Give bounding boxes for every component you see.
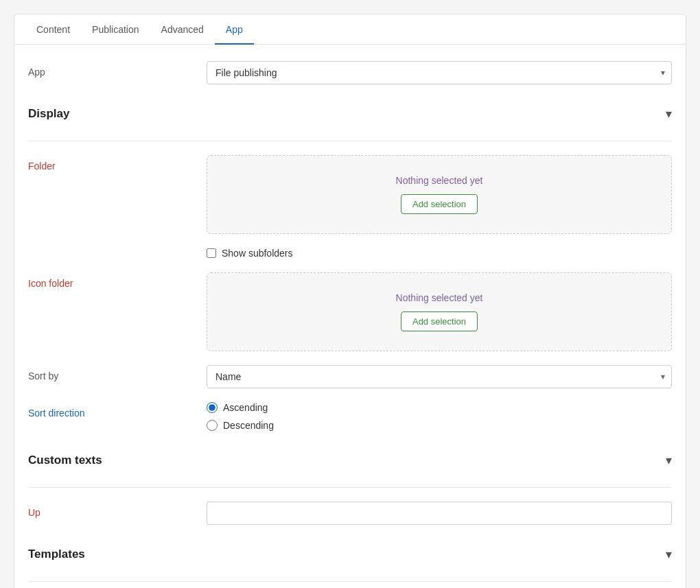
- tab-advanced[interactable]: Advanced: [150, 14, 215, 45]
- icon-folder-row: Icon folder Nothing selected yet Add sel…: [28, 272, 672, 351]
- sort-ascending-radio[interactable]: [207, 402, 218, 413]
- icon-folder-nothing-selected: Nothing selected yet: [396, 292, 483, 303]
- sort-by-select[interactable]: Name: [207, 365, 672, 388]
- folder-add-selection-button[interactable]: Add selection: [401, 194, 478, 214]
- folder-picker-box: Nothing selected yet Add selection: [207, 155, 672, 234]
- templates-section-header: Templates ▾: [28, 539, 672, 570]
- templates-divider: [28, 581, 672, 582]
- app-select[interactable]: File publishing: [207, 61, 672, 84]
- custom-texts-title: Custom texts: [28, 454, 102, 467]
- show-subfolders-label: Show subfolders: [222, 248, 293, 259]
- custom-texts-divider: [28, 487, 672, 488]
- sort-by-row: Sort by Name ▾: [28, 365, 672, 388]
- folder-row: Folder Nothing selected yet Add selectio…: [28, 155, 672, 234]
- sort-by-select-wrapper: Name ▾: [207, 365, 672, 388]
- up-control: [207, 502, 672, 525]
- sort-descending-radio[interactable]: [207, 420, 218, 431]
- custom-texts-section-header: Custom texts ▾: [28, 445, 672, 476]
- show-subfolders-row: Show subfolders: [207, 248, 672, 259]
- up-row: Up: [28, 502, 672, 525]
- icon-folder-add-selection-button[interactable]: Add selection: [401, 311, 478, 331]
- sort-ascending-label: Ascending: [223, 402, 268, 413]
- app-label: App: [28, 61, 207, 78]
- templates-chevron-icon[interactable]: ▾: [666, 547, 672, 562]
- tab-bar: Content Publication Advanced App: [14, 14, 686, 45]
- tab-app[interactable]: App: [215, 14, 254, 45]
- icon-folder-control: Nothing selected yet Add selection: [207, 272, 672, 351]
- folder-label: Folder: [28, 155, 207, 172]
- display-divider: [28, 141, 672, 141]
- show-subfolders-checkbox[interactable]: [207, 248, 216, 258]
- content-area: App File publishing ▾ Display ▾ Folder N…: [14, 45, 686, 588]
- up-input[interactable]: [207, 502, 672, 525]
- up-label: Up: [28, 502, 207, 518]
- tab-content[interactable]: Content: [25, 14, 81, 45]
- app-control: File publishing ▾: [207, 61, 672, 84]
- sort-direction-label: Sort direction: [28, 402, 207, 419]
- templates-title: Templates: [28, 548, 85, 561]
- app-select-wrapper: File publishing ▾: [207, 61, 672, 84]
- sort-direction-control: Ascending Descending: [207, 402, 672, 431]
- display-section-title: Display: [28, 107, 69, 121]
- custom-texts-chevron-icon[interactable]: ▾: [666, 453, 672, 468]
- sort-direction-radio-group: Ascending Descending: [207, 402, 672, 431]
- display-section-chevron-icon[interactable]: ▾: [666, 106, 672, 121]
- sort-by-label: Sort by: [28, 365, 207, 381]
- sort-direction-row: Sort direction Ascending Descending: [28, 402, 672, 431]
- sort-descending-option[interactable]: Descending: [207, 420, 672, 431]
- display-section-header: Display ▾: [28, 98, 672, 130]
- sort-descending-label: Descending: [223, 420, 274, 431]
- sort-ascending-option[interactable]: Ascending: [207, 402, 672, 413]
- sort-by-control: Name ▾: [207, 365, 672, 388]
- app-row: App File publishing ▾: [28, 61, 672, 84]
- folder-nothing-selected: Nothing selected yet: [396, 175, 483, 186]
- main-container: Content Publication Advanced App App Fil…: [14, 14, 686, 588]
- icon-folder-picker-box: Nothing selected yet Add selection: [207, 272, 672, 351]
- tab-publication[interactable]: Publication: [81, 14, 150, 45]
- icon-folder-label: Icon folder: [28, 272, 207, 289]
- folder-control: Nothing selected yet Add selection: [207, 155, 672, 234]
